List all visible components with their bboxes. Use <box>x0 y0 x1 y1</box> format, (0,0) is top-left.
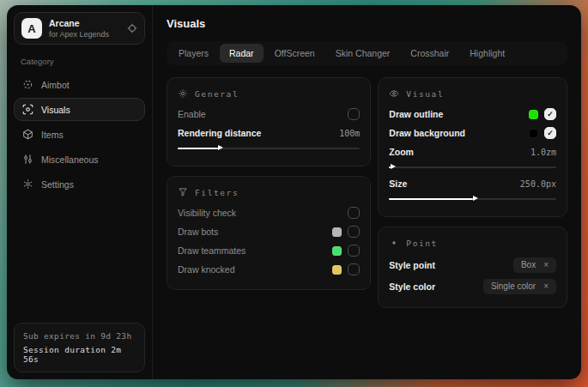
zoom-slider[interactable] <box>389 163 556 171</box>
general-panel-header: General <box>178 88 360 99</box>
sidebar-item-aimbot[interactable]: Aimbot <box>14 73 145 96</box>
draw-bots-checkbox[interactable] <box>348 226 360 238</box>
check-icon <box>545 109 555 119</box>
rendering-distance-label: Rendering distance <box>178 128 339 138</box>
gear-icon <box>22 178 33 190</box>
slider-thumb[interactable] <box>473 196 478 201</box>
scan-eye-icon <box>22 104 33 115</box>
draw-bots-row: Draw bots <box>178 222 360 241</box>
style-color-label: Style color <box>389 281 483 292</box>
draw-knocked-checkbox[interactable] <box>348 263 360 275</box>
rendering-distance-value: 100m <box>339 129 360 138</box>
slider-fill <box>389 166 391 168</box>
size-row: Size 250.0px <box>389 174 556 193</box>
general-panel: General Enable Rendering distance 100m <box>167 77 371 166</box>
visibility-check-checkbox[interactable] <box>348 207 360 219</box>
sidebar-item-settings[interactable]: Settings <box>14 172 145 196</box>
slider-thumb[interactable] <box>218 145 223 150</box>
draw-knocked-color-swatch[interactable] <box>332 265 342 275</box>
sidebar-item-visuals[interactable]: Visuals <box>14 98 145 121</box>
app-window: A Arcane for Apex Legends Category Aimbo… <box>7 5 581 379</box>
style-point-chip-value: Box <box>521 260 536 269</box>
visual-panel: Visual Draw outline Draw background <box>378 77 567 217</box>
draw-teammates-checkbox[interactable] <box>348 245 360 257</box>
sub-expires-text: Sub expires in 9d 23h <box>23 331 136 341</box>
package-icon <box>22 129 33 140</box>
sliders-icon <box>22 154 33 165</box>
zoom-value: 1.0zm <box>530 148 556 157</box>
tab-crosshair[interactable]: Crosshair <box>401 44 458 63</box>
sidebar: A Arcane for Apex Legends Category Aimbo… <box>7 5 153 379</box>
slider-fill <box>178 148 218 149</box>
draw-bots-label: Draw bots <box>178 227 332 237</box>
clear-icon[interactable]: × <box>543 282 549 291</box>
sidebar-item-label: Items <box>41 130 64 140</box>
slider-track <box>389 166 556 168</box>
tab-players[interactable]: Players <box>169 44 218 63</box>
app-title: Arcane <box>49 18 120 28</box>
draw-background-row: Draw background <box>389 124 556 142</box>
tab-highlight[interactable]: Highlight <box>460 44 514 63</box>
draw-teammates-color-swatch[interactable] <box>332 246 342 256</box>
sidebar-item-label: Visuals <box>41 105 70 115</box>
funnel-icon <box>178 187 188 197</box>
draw-background-checkbox[interactable] <box>544 127 556 139</box>
sidebar-item-label: Settings <box>41 179 74 190</box>
panel-title: Visual <box>406 89 444 99</box>
eye-icon <box>389 88 399 99</box>
tab-radar[interactable]: Radar <box>220 44 264 63</box>
style-point-label: Style point <box>389 260 513 270</box>
sidebar-item-items[interactable]: Items <box>14 123 145 146</box>
style-point-select[interactable]: Box × <box>513 257 556 273</box>
left-column: General Enable Rendering distance 100m <box>167 77 371 290</box>
draw-background-label: Draw background <box>389 128 529 138</box>
rendering-distance-row: Rendering distance 100m <box>178 124 360 142</box>
draw-knocked-label: Draw knocked <box>178 264 332 275</box>
crosshair-icon <box>22 79 33 90</box>
slider-fill <box>389 198 472 200</box>
style-color-chip-value: Single color <box>491 281 536 291</box>
enable-checkbox[interactable] <box>348 108 360 120</box>
zoom-label: Zoom <box>389 147 530 157</box>
gear-icon <box>178 88 188 99</box>
target-icon[interactable] <box>127 23 137 33</box>
app-header-text: Arcane for Apex Legends <box>49 18 120 39</box>
draw-background-color-swatch[interactable] <box>529 129 538 138</box>
slider-thumb[interactable] <box>391 164 396 169</box>
panel-title: Filters <box>195 188 239 197</box>
main-content: Visuals Players Radar OffScreen Skin Cha… <box>153 5 581 379</box>
check-icon <box>545 128 555 138</box>
session-info-card: Sub expires in 9d 23h Session duration 2… <box>14 323 145 372</box>
draw-outline-row: Draw outline <box>389 105 556 124</box>
tab-bar: Players Radar OffScreen Skin Changer Cro… <box>167 41 567 65</box>
dot-icon <box>389 238 399 248</box>
draw-bots-color-swatch[interactable] <box>332 227 342 237</box>
draw-outline-checkbox[interactable] <box>544 108 556 120</box>
enable-label: Enable <box>178 109 348 119</box>
size-slider[interactable] <box>389 195 556 203</box>
sidebar-nav: Aimbot Visuals Items Miscellaneous <box>14 73 145 197</box>
size-label: Size <box>389 178 520 189</box>
panel-title: Point <box>406 239 438 248</box>
style-color-select[interactable]: Single color × <box>483 279 556 294</box>
point-panel: Point Style point Box × Style color Sing… <box>378 227 567 308</box>
rendering-distance-slider[interactable] <box>178 144 360 152</box>
page-title: Visuals <box>167 17 567 30</box>
panels-grid: General Enable Rendering distance 100m <box>167 77 567 308</box>
draw-outline-label: Draw outline <box>389 109 529 119</box>
draw-outline-color-swatch[interactable] <box>529 110 538 119</box>
tab-offscreen[interactable]: OffScreen <box>265 44 324 63</box>
clear-icon[interactable]: × <box>543 261 549 269</box>
visibility-check-label: Visibility check <box>178 208 348 218</box>
filters-panel: Filters Visibility check Draw bots <box>167 176 371 290</box>
sidebar-item-miscellaneous[interactable]: Miscellaneous <box>14 148 145 171</box>
filters-panel-header: Filters <box>178 187 360 197</box>
right-column: Visual Draw outline Draw background <box>378 77 567 308</box>
app-logo: A <box>21 18 42 39</box>
sidebar-item-label: Miscellaneous <box>41 154 99 165</box>
visual-panel-header: Visual <box>389 88 556 99</box>
tab-skin-changer[interactable]: Skin Changer <box>326 44 400 63</box>
enable-row: Enable <box>178 105 360 124</box>
size-value: 250.0px <box>520 179 556 189</box>
session-duration-text: Session duration 2m 56s <box>23 345 136 364</box>
